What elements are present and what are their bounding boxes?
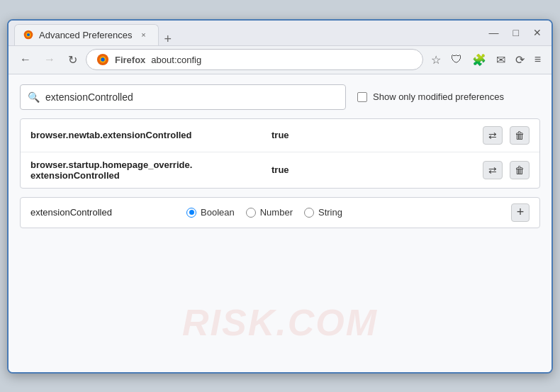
radio-number-label: Number	[260, 207, 293, 218]
tab-area: Advanced Preferences × +	[14, 21, 485, 45]
nav-bar: ← → ↻ Firefox about:config ☆ 🛡 🧩 ✉ ⟳ ≡	[9, 46, 551, 74]
svg-point-2	[27, 33, 30, 36]
radio-boolean[interactable]: Boolean	[186, 207, 235, 218]
extension-icon-button[interactable]: 🧩	[469, 51, 490, 69]
search-box[interactable]: 🔍 extensionControlled	[20, 84, 346, 110]
back-button[interactable]: ←	[16, 50, 35, 69]
radio-boolean-label: Boolean	[201, 207, 235, 218]
radio-string-label: String	[318, 207, 342, 218]
address-url: about:config	[151, 55, 412, 65]
radio-number-circle	[246, 208, 256, 218]
tab-close-button[interactable]: ×	[138, 29, 150, 40]
tab-favicon-icon	[23, 30, 33, 40]
tab-title: Advanced Preferences	[39, 30, 133, 40]
new-pref-name: extensionControlled	[30, 207, 172, 218]
forward-button: →	[40, 50, 60, 69]
menu-icon-button[interactable]: ≡	[531, 51, 544, 68]
browser-window: Advanced Preferences × + — □ ✕ ← → ↻ Fir…	[7, 19, 553, 374]
preferences-table: browser.newtab.extensionControlled true …	[20, 118, 540, 189]
pref-value-1: true	[271, 130, 483, 140]
table-row: browser.newtab.extensionControlled true …	[21, 119, 539, 152]
show-modified-label: Show only modified preferences	[373, 91, 504, 102]
shield-icon-button[interactable]: 🛡	[447, 51, 466, 68]
title-bar: Advanced Preferences × + — □ ✕	[9, 21, 551, 46]
type-radio-group: Boolean Number String	[186, 207, 342, 218]
search-icon: 🔍	[28, 91, 40, 103]
delete-button-1[interactable]: 🗑	[510, 126, 530, 145]
radio-boolean-circle	[186, 208, 196, 218]
address-bar[interactable]: Firefox about:config	[86, 49, 423, 70]
pref-name-2-line1: browser.startup.homepage_override.	[30, 159, 192, 170]
maximize-button[interactable]: □	[509, 26, 523, 40]
window-controls: — □ ✕	[485, 26, 546, 40]
watermark: RISK.COM	[182, 301, 378, 344]
content-area: RISK.COM 🔍 extensionControlled Show only…	[9, 74, 551, 372]
minimize-button[interactable]: —	[485, 26, 503, 40]
mail-icon-button[interactable]: ✉	[493, 51, 509, 69]
browser-name-label: Firefox	[115, 55, 145, 65]
firefox-logo-icon	[96, 53, 109, 66]
add-pref-row: extensionControlled Boolean Number Strin…	[20, 197, 540, 228]
pref-actions-2: ⇄ 🗑	[483, 161, 530, 179]
radio-string[interactable]: String	[304, 207, 342, 218]
delete-button-2[interactable]: 🗑	[510, 161, 530, 179]
radio-string-circle	[304, 208, 314, 218]
table-row: browser.startup.homepage_override. exten…	[21, 152, 539, 188]
show-modified-area: Show only modified preferences	[357, 91, 504, 102]
reload-button[interactable]: ↻	[64, 50, 82, 69]
toggle-button-1[interactable]: ⇄	[483, 126, 503, 145]
svg-point-5	[101, 57, 104, 61]
search-row: 🔍 extensionControlled Show only modified…	[20, 84, 540, 110]
pref-name-2-line2: extensionControlled	[30, 170, 120, 181]
pref-name-2: browser.startup.homepage_override. exten…	[30, 159, 271, 181]
pref-value-2: true	[271, 164, 483, 175]
bookmark-icon-button[interactable]: ☆	[427, 51, 444, 69]
new-tab-button[interactable]: +	[159, 33, 178, 45]
pref-name-1: browser.newtab.extensionControlled	[30, 130, 271, 140]
active-tab[interactable]: Advanced Preferences ×	[14, 24, 159, 45]
radio-number[interactable]: Number	[246, 207, 293, 218]
toggle-button-2[interactable]: ⇄	[483, 161, 503, 179]
show-modified-checkbox[interactable]	[357, 92, 367, 102]
search-value: extensionControlled	[45, 91, 338, 103]
pref-actions-1: ⇄ 🗑	[483, 126, 530, 145]
sync-icon-button[interactable]: ⟳	[512, 51, 528, 69]
close-button[interactable]: ✕	[529, 26, 546, 40]
nav-icons: ☆ 🛡 🧩 ✉ ⟳ ≡	[427, 51, 544, 69]
add-preference-button[interactable]: +	[511, 203, 530, 222]
